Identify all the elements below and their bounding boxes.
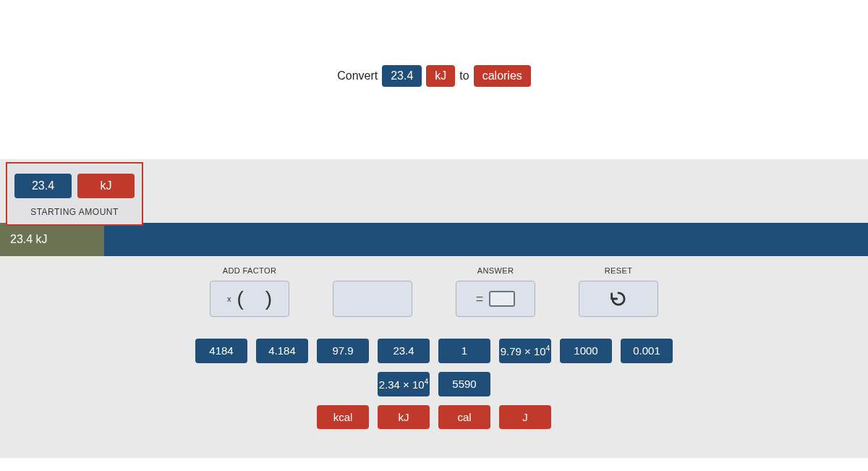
add-factor-button[interactable]: x ( ) — [210, 281, 289, 317]
prompt-value-chip: 23.4 — [382, 65, 422, 87]
value-tile[interactable]: 23.4 — [378, 339, 430, 363]
value-tile[interactable]: 4184 — [195, 339, 247, 363]
starting-amount-box: 23.4 kJ STARTING AMOUNT — [6, 162, 143, 226]
prompt-to-unit-chip: calories — [474, 65, 531, 87]
starting-strip: 23.4 kJ STARTING AMOUNT — [0, 159, 868, 223]
unit-tile[interactable]: kJ — [378, 405, 430, 429]
value-tile[interactable]: 97.9 — [317, 339, 369, 363]
value-tile-row-2: 2.34 × 1045590 — [378, 372, 490, 396]
value-tile[interactable]: 4.184 — [256, 339, 308, 363]
value-tile[interactable]: 5590 — [438, 372, 490, 396]
value-tile[interactable]: 0.001 — [621, 339, 673, 363]
result-bar: 23.4 kJ — [0, 223, 868, 256]
value-tile-row-1: 41844.18497.923.419.79 × 10410000.001 — [195, 339, 673, 363]
multiply-icon: x — [227, 294, 231, 303]
unit-tile[interactable]: cal — [438, 405, 490, 429]
reset-label: RESET — [605, 266, 633, 276]
blank-col — [333, 266, 412, 317]
unit-tile[interactable]: kcal — [317, 405, 369, 429]
prompt-pre: Convert — [337, 69, 378, 82]
paren-open: ( — [237, 287, 243, 310]
starting-amount-label: STARTING AMOUNT — [14, 207, 135, 217]
prompt-area: Convert 23.4 kJ to calories — [0, 0, 868, 159]
add-factor-col: ADD FACTOR x ( ) — [210, 266, 289, 317]
blank-dropzone[interactable] — [333, 281, 412, 317]
value-tile[interactable]: 1000 — [560, 339, 612, 363]
answer-col: ANSWER = — [456, 266, 535, 317]
reset-button[interactable] — [579, 281, 658, 317]
add-factor-label: ADD FACTOR — [223, 266, 277, 276]
reset-col: RESET — [579, 266, 658, 317]
prompt-from-unit-chip: kJ — [426, 65, 455, 87]
unit-tile-row: kcalkJcalJ — [317, 405, 551, 429]
answer-label: ANSWER — [477, 266, 514, 276]
paren-close: ) — [265, 287, 272, 310]
unit-tile[interactable]: J — [499, 405, 551, 429]
control-row: ADD FACTOR x ( ) ANSWER = RESET — [0, 266, 868, 317]
prompt-mid: to — [459, 69, 469, 82]
value-tile[interactable]: 9.79 × 104 — [499, 339, 551, 363]
work-area: ADD FACTOR x ( ) ANSWER = RESET — [0, 256, 868, 458]
answer-slot — [489, 291, 515, 307]
result-segment: 23.4 kJ — [0, 223, 104, 256]
convert-prompt: Convert 23.4 kJ to calories — [337, 65, 531, 87]
value-tile[interactable]: 1 — [438, 339, 490, 363]
tile-rows: 41844.18497.923.419.79 × 10410000.001 2.… — [0, 339, 868, 429]
value-tile[interactable]: 2.34 × 104 — [378, 372, 430, 396]
undo-icon — [608, 289, 629, 309]
equals-icon: = — [476, 292, 484, 307]
starting-value-button[interactable]: 23.4 — [14, 174, 72, 198]
starting-unit-button[interactable]: kJ — [77, 174, 135, 198]
answer-button[interactable]: = — [456, 281, 535, 317]
